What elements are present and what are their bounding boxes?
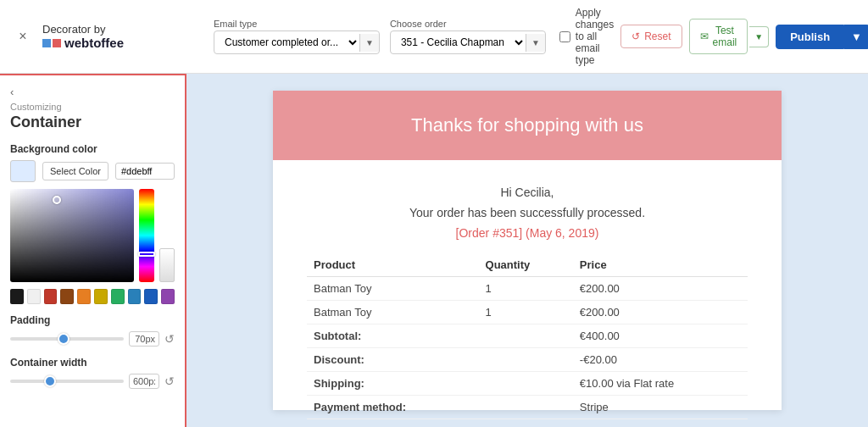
order-link[interactable]: [Order #351] (May 6, 2019) <box>456 226 599 240</box>
shipping-row: Shipping: €10.00 via Flat rate <box>307 372 748 396</box>
sidebar-back-button[interactable]: ‹ <box>10 86 175 98</box>
publish-button[interactable]: Publish <box>776 25 844 49</box>
row2-product: Batman Toy <box>307 301 479 324</box>
email-type-select-wrapper[interactable]: Customer completed or... ▼ <box>214 30 380 54</box>
discount-label: Discount: <box>307 348 479 372</box>
publish-dropdown-button[interactable]: ▼ <box>844 25 868 49</box>
payment-value: Stripe <box>573 396 748 419</box>
choose-order-select[interactable]: 351 - Cecilia Chapman <box>391 31 526 53</box>
test-email-button[interactable]: ✉ Test email <box>689 19 748 54</box>
email-body: Hi Cecilia, Your order has been successf… <box>273 160 782 427</box>
row1-price: €200.00 <box>573 277 748 301</box>
shipping-label: Shipping: <box>307 372 479 396</box>
color-hue-bar[interactable] <box>139 189 154 282</box>
apply-changes-label: Apply changes to all email type <box>576 7 614 66</box>
swatch-purple[interactable] <box>161 289 175 304</box>
padding-value[interactable] <box>129 331 159 347</box>
email-header: Thanks for shopping with us <box>273 91 782 160</box>
color-preview-swatch[interactable] <box>10 160 36 182</box>
email-type-chevron-icon[interactable]: ▼ <box>359 34 379 52</box>
close-button[interactable]: × <box>14 27 32 46</box>
table-header-row: Product Quantity Price <box>307 253 748 277</box>
email-type-field: Email type Customer completed or... ▼ <box>214 19 380 54</box>
subtotal-qty <box>479 324 573 348</box>
padding-slider[interactable] <box>10 337 124 341</box>
email-header-text: Thanks for shopping with us <box>290 114 765 136</box>
customizing-label: Customizing <box>10 102 175 112</box>
swatch-green[interactable] <box>111 289 125 304</box>
email-preview-area: Thanks for shopping with us Hi Cecilia, … <box>186 74 868 427</box>
controls-area: Email type Customer completed or... ▼ Ch… <box>214 19 546 54</box>
reset-icon: ↺ <box>632 30 640 42</box>
color-hex-input[interactable] <box>115 163 175 180</box>
payment-qty <box>479 396 573 419</box>
row2-quantity: 1 <box>479 301 573 324</box>
discount-qty <box>479 348 573 372</box>
padding-reset-icon[interactable]: ↺ <box>164 332 175 346</box>
choose-order-chevron-icon[interactable]: ▼ <box>526 34 545 52</box>
container-width-slider[interactable] <box>10 380 124 383</box>
test-email-label: Test email <box>713 25 737 48</box>
sidebar: ‹ Customizing Container Background color… <box>0 74 186 427</box>
reset-label: Reset <box>644 30 670 42</box>
color-swatches <box>10 289 175 304</box>
shipping-qty <box>479 372 573 396</box>
logo-square-red <box>53 39 61 47</box>
email-container: Thanks for shopping with us Hi Cecilia, … <box>273 91 782 410</box>
action-buttons: Apply changes to all email type ↺ Reset … <box>559 7 868 66</box>
email-type-select[interactable]: Customer completed or... <box>214 31 359 53</box>
hue-thumb[interactable] <box>138 252 155 257</box>
email-type-label: Email type <box>214 19 380 29</box>
container-width-section: Container width ↺ <box>10 357 175 389</box>
discount-value: -€20.00 <box>573 348 748 372</box>
email-icon: ✉ <box>700 30 709 42</box>
top-bar: × Decorator by webtoffee Email type Cust… <box>0 0 868 74</box>
select-color-button[interactable]: Select Color <box>42 162 108 180</box>
swatch-dark-blue[interactable] <box>144 289 158 304</box>
choose-order-field: Choose order 351 - Cecilia Chapman ▼ <box>390 19 546 54</box>
table-row: Batman Toy 1 €200.00 <box>307 301 748 324</box>
apply-changes-wrapper: Apply changes to all email type <box>559 7 614 66</box>
choose-order-label: Choose order <box>390 19 546 29</box>
container-width-value[interactable] <box>129 374 159 389</box>
email-order-link[interactable]: [Order #351] (May 6, 2019) <box>307 226 748 240</box>
logo-square-blue <box>42 39 51 47</box>
row2-price: €200.00 <box>573 301 748 324</box>
container-width-reset-icon[interactable]: ↺ <box>164 374 175 388</box>
swatch-black[interactable] <box>10 289 24 304</box>
swatch-yellow[interactable] <box>94 289 108 304</box>
padding-label: Padding <box>10 314 175 326</box>
row1-product: Batman Toy <box>307 277 479 301</box>
color-picker[interactable] <box>10 189 175 282</box>
swatch-blue[interactable] <box>128 289 142 304</box>
swatch-red[interactable] <box>44 289 58 304</box>
logo-text: webtoffee <box>64 36 124 50</box>
brand-area: × Decorator by webtoffee <box>14 23 200 50</box>
container-width-slider-row: ↺ <box>10 374 175 389</box>
reset-button[interactable]: ↺ Reset <box>620 25 682 48</box>
row1-quantity: 1 <box>479 277 573 301</box>
email-greeting: Hi Cecilia, <box>307 186 748 199</box>
choose-order-select-wrapper[interactable]: 351 - Cecilia Chapman ▼ <box>390 30 546 54</box>
swatch-brown[interactable] <box>60 289 74 304</box>
swatch-orange[interactable] <box>77 289 91 304</box>
payment-row: Payment method: Stripe <box>307 396 748 419</box>
color-input-row: Select Color <box>10 160 175 182</box>
container-width-label: Container width <box>10 357 175 369</box>
discount-row: Discount: -€20.00 <box>307 348 748 372</box>
main-content: ‹ Customizing Container Background color… <box>0 74 868 427</box>
publish-btn-group: Publish ▼ <box>776 25 868 49</box>
shipping-value: €10.00 via Flat rate <box>573 372 748 396</box>
table-row: Batman Toy 1 €200.00 <box>307 277 748 301</box>
color-gradient-area[interactable] <box>10 189 134 282</box>
padding-section: Padding ↺ <box>10 314 175 347</box>
col-product: Product <box>307 253 479 277</box>
test-email-dropdown-icon[interactable]: ▼ <box>749 26 769 47</box>
apply-changes-checkbox[interactable] <box>559 31 570 42</box>
email-message: Your order has been successfully process… <box>307 206 748 219</box>
logo-squares <box>42 39 61 47</box>
subtotal-value: €400.00 <box>573 324 748 348</box>
color-picker-dot[interactable] <box>53 196 61 204</box>
logo: Decorator by webtoffee <box>42 23 124 50</box>
swatch-white[interactable] <box>27 289 41 304</box>
